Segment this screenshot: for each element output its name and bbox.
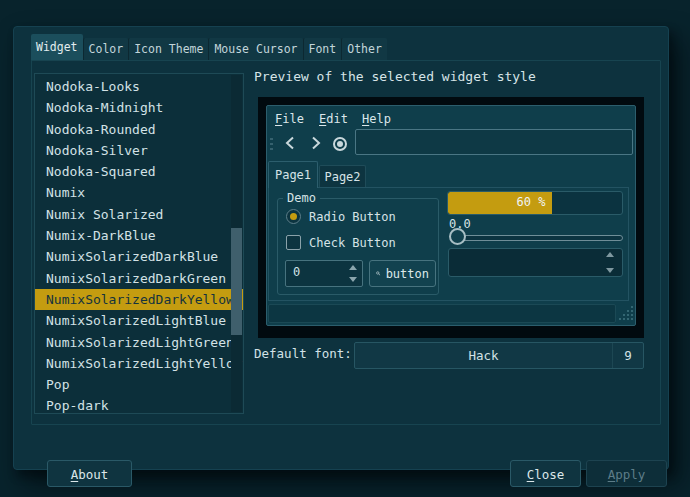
statusbar xyxy=(268,304,616,323)
demo-button[interactable]: button xyxy=(369,260,436,287)
radio-button-icon[interactable] xyxy=(286,209,301,224)
combo-box[interactable] xyxy=(448,248,623,277)
resize-grip-icon[interactable] xyxy=(618,304,635,322)
list-item[interactable]: Pop xyxy=(35,374,243,395)
scrollbar-track[interactable] xyxy=(231,75,242,412)
demo-frame: Demo Radio Button Check Button 0 xyxy=(277,198,439,295)
combo-up-icon xyxy=(606,252,614,257)
progress-fill: 60 % xyxy=(448,192,552,214)
spin-up-icon[interactable] xyxy=(349,265,357,270)
demo-button-label: button xyxy=(386,267,429,281)
menu-edit[interactable]: Edit xyxy=(319,112,348,126)
preview-frame: File Edit Help Page1 Page2 Demo xyxy=(258,97,644,338)
appearance-dialog: WidgetColorIcon ThemeMouse CursorFontOth… xyxy=(13,26,669,470)
list-item[interactable]: Nodoka-Squared xyxy=(35,161,243,182)
list-item[interactable]: NumixSolarizedLightYellow xyxy=(35,353,243,374)
list-item[interactable]: Nodoka-Midnight xyxy=(35,97,243,118)
check-button-label[interactable]: Check Button xyxy=(309,236,396,250)
preview-page1-content: Demo Radio Button Check Button 0 xyxy=(268,187,629,301)
back-icon[interactable] xyxy=(283,135,299,151)
close-button[interactable]: Close xyxy=(510,460,581,487)
slider-handle[interactable] xyxy=(449,228,466,245)
toolbar-grip xyxy=(270,138,273,153)
progress-value: 60 % xyxy=(516,195,545,209)
preview-window: File Edit Help Page1 Page2 Demo xyxy=(266,105,636,326)
slider-track[interactable] xyxy=(451,235,623,241)
list-item[interactable]: NumixSolarizedDarkGreen xyxy=(35,268,243,289)
combo-down-icon xyxy=(606,268,614,273)
search-icon xyxy=(376,267,381,280)
desktop-background: WidgetColorIcon ThemeMouse CursorFontOth… xyxy=(0,0,690,497)
apply-button[interactable]: Apply xyxy=(586,460,667,487)
list-item[interactable]: Numix Solarized xyxy=(35,204,243,225)
tab-mouse-cursor[interactable]: Mouse Cursor xyxy=(208,38,302,61)
spin-down-icon[interactable] xyxy=(349,277,357,282)
tab-icon-theme[interactable]: Icon Theme xyxy=(128,38,208,61)
scrollbar-thumb[interactable] xyxy=(231,228,242,335)
menu-file[interactable]: File xyxy=(275,112,304,126)
list-item[interactable]: NumixSolarizedDarkYellow xyxy=(35,289,243,310)
menu-help[interactable]: Help xyxy=(362,112,391,126)
about-button[interactable]: About xyxy=(47,460,132,487)
list-item[interactable]: Nodoka-Looks xyxy=(35,76,243,97)
font-name: Hack xyxy=(355,343,612,368)
toolbar-entry[interactable] xyxy=(355,129,633,155)
demo-frame-label: Demo xyxy=(283,191,320,205)
font-select-button[interactable]: Hack 9 xyxy=(354,342,644,369)
default-font-label: Default font: xyxy=(254,346,352,361)
list-item[interactable]: Numix xyxy=(35,182,243,203)
main-tabbar: WidgetColorIcon ThemeMouse CursorFontOth… xyxy=(31,34,387,61)
list-item[interactable]: NumixSolarizedLightGreen xyxy=(35,332,243,353)
check-button-icon[interactable] xyxy=(286,235,301,250)
font-size: 9 xyxy=(612,343,643,368)
tab-color[interactable]: Color xyxy=(83,38,129,61)
widget-theme-list: Nodoka-LooksNodoka-MidnightNodoka-Rounde… xyxy=(34,73,244,414)
spin-value: 0 xyxy=(293,265,300,279)
preview-caption: Preview of the selected widget style xyxy=(254,69,536,84)
tab-other[interactable]: Other xyxy=(341,38,387,61)
progress-bar: 60 % xyxy=(447,191,623,215)
list-item[interactable]: Nodoka-Silver xyxy=(35,140,243,161)
tab-page1[interactable]: Page1 xyxy=(268,161,318,188)
record-icon[interactable] xyxy=(333,137,347,151)
list-item[interactable]: NumixSolarizedDarkBlue xyxy=(35,246,243,267)
tab-page2[interactable]: Page2 xyxy=(319,165,366,188)
radio-button-label[interactable]: Radio Button xyxy=(309,210,396,224)
tab-font[interactable]: Font xyxy=(303,38,342,61)
list-item[interactable]: Nodoka-Rounded xyxy=(35,119,243,140)
forward-icon[interactable] xyxy=(307,135,323,151)
list-item[interactable]: NumixSolarizedLightBlue xyxy=(35,310,243,331)
list-item[interactable]: Numix-DarkBlue xyxy=(35,225,243,246)
list-item[interactable]: Pop-dark xyxy=(35,395,243,414)
spin-button[interactable]: 0 xyxy=(285,260,363,287)
tab-widget[interactable]: Widget xyxy=(31,34,83,61)
